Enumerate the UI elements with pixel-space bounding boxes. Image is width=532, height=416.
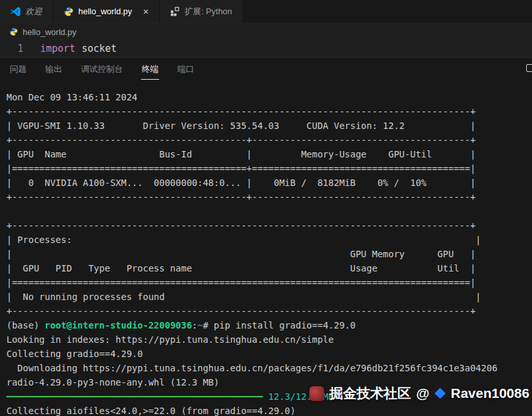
- tab-extension-python[interactable]: 扩展: Python: [160, 0, 243, 23]
- terminal-line: Downloading https://pypi.tuna.tsinghua.e…: [6, 361, 532, 375]
- terminal-line: Collecting gradio==4.29.0: [6, 347, 532, 361]
- breadcrumb-file: hello_world.py: [23, 27, 76, 37]
- editor-tab-bar: 欢迎 hello_world.py ×: [0, 0, 532, 23]
- terminal-line: +---------------------------------------…: [6, 304, 532, 318]
- vscode-window: 欢迎 hello_world.py ×: [0, 0, 532, 416]
- tab-welcome-label: 欢迎: [25, 6, 42, 17]
- terminal-line: | VGPU-SMI 1.10.33 Driver Version: 535.5…: [6, 119, 532, 133]
- tab-hello-world[interactable]: hello_world.py ×: [53, 0, 160, 23]
- watermark-site: 掘金技术社区: [329, 384, 411, 402]
- code-keyword: import: [40, 43, 75, 54]
- breadcrumb[interactable]: hello_world.py: [0, 23, 532, 40]
- terminal-line: +---------------------------------------…: [6, 133, 532, 147]
- terminal-line: Mon Dec 09 13:46:11 2024: [6, 90, 532, 104]
- terminal-line: | GPU Name Bus-Id | Memory-Usage GPU-Uti…: [6, 147, 532, 161]
- python-icon: [63, 6, 74, 17]
- terminal-line: Looking in indexes: https://pypi.tuna.ts…: [6, 332, 532, 347]
- panel-tab-output[interactable]: 输出: [45, 58, 63, 80]
- terminal-line: |=======================================…: [6, 275, 532, 290]
- panel-layout-icon[interactable]: [526, 64, 532, 72]
- tab-extension-label: 扩展: Python: [184, 6, 232, 17]
- line-number: 1: [0, 43, 23, 54]
- code-text: socket: [82, 43, 116, 54]
- panel-tab-problems[interactable]: 问题: [9, 58, 27, 80]
- panel-tab-ports[interactable]: 端口: [177, 58, 195, 80]
- extensions-icon: [170, 6, 180, 16]
- terminal-line: | Processes: |: [6, 233, 532, 247]
- tab-welcome[interactable]: 欢迎: [0, 0, 53, 23]
- terminal-line: +---------------------------------------…: [6, 218, 532, 233]
- bottom-panel: 问题 输出 调试控制台 终端 端口 Mon Dec 09 13:46:11 20…: [0, 57, 532, 416]
- panel-tab-bar: 问题 输出 调试控制台 终端 端口: [0, 58, 532, 80]
- tab-hello-world-label: hello_world.py: [78, 6, 132, 16]
- juejin-diamond-icon: [434, 388, 445, 399]
- terminal-line: +---------------------------------------…: [6, 104, 532, 119]
- watermark-handle: Raven10086: [450, 386, 529, 401]
- panel-tab-terminal[interactable]: 终端: [141, 58, 159, 80]
- python-icon: [9, 27, 18, 36]
- vscode-logo-icon: [10, 6, 21, 17]
- terminal-line: | GPU PID Type Process name Usage Util |: [6, 261, 532, 275]
- terminal-line: |=======================================…: [6, 161, 532, 176]
- terminal-line: | 0 NVIDIA A100-SXM... 00000000:48:0... …: [6, 176, 532, 190]
- watermark: 掘金技术社区 @ Raven10086: [309, 384, 529, 402]
- terminal-line: +---------------------------------------…: [6, 190, 532, 204]
- terminal-line: | GPU Memory GPU |: [6, 247, 532, 261]
- terminal-line: [6, 204, 532, 218]
- terminal-output[interactable]: Mon Dec 09 13:46:11 2024+---------------…: [0, 80, 532, 416]
- editor-code-area[interactable]: 1 import socket: [0, 40, 532, 57]
- terminal-line: | No running processes found |: [6, 290, 532, 304]
- juejin-logo-icon: [309, 386, 324, 401]
- watermark-separator: @: [416, 386, 429, 401]
- terminal-line: (base) root@intern-studio-22009036:~# pi…: [6, 318, 532, 332]
- terminal-line: Collecting aiofiles<24.0,>=22.0 (from gr…: [6, 404, 532, 416]
- close-icon[interactable]: ×: [143, 6, 149, 16]
- panel-tab-debug-console[interactable]: 调试控制台: [80, 58, 124, 80]
